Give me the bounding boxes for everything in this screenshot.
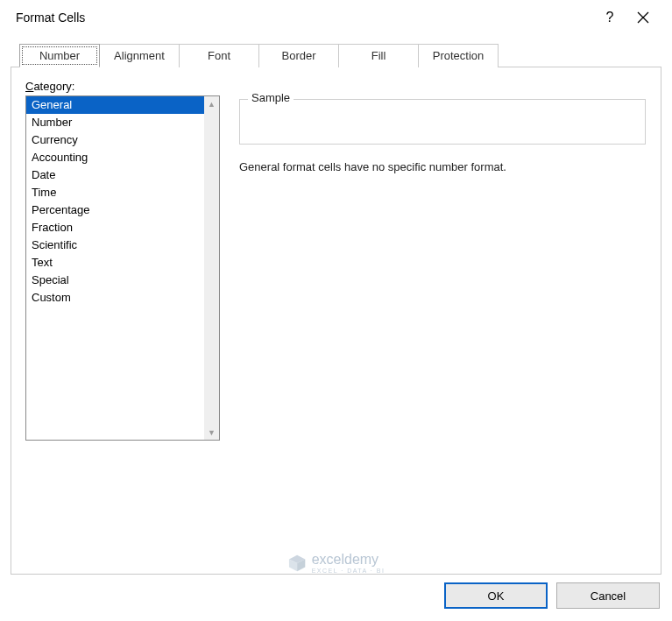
category-item[interactable]: Percentage bbox=[26, 201, 204, 219]
sample-box bbox=[239, 99, 646, 145]
sample-group: Sample bbox=[239, 99, 647, 145]
category-item[interactable]: Accounting bbox=[26, 149, 204, 166]
tab-alignment[interactable]: Alignment bbox=[99, 44, 180, 67]
close-button[interactable] bbox=[626, 0, 660, 35]
category-item[interactable]: Custom bbox=[26, 289, 204, 307]
category-item[interactable]: Number bbox=[26, 114, 204, 131]
category-item[interactable]: General bbox=[26, 96, 204, 114]
scrollbar[interactable]: ▲ ▼ bbox=[204, 96, 219, 440]
tab-font[interactable]: Font bbox=[179, 44, 259, 67]
dialog-buttons: OK Cancel bbox=[444, 582, 660, 609]
ok-button[interactable]: OK bbox=[444, 582, 548, 609]
tab-number[interactable]: Number bbox=[19, 44, 100, 67]
cancel-button[interactable]: Cancel bbox=[556, 582, 660, 609]
category-item[interactable]: Date bbox=[26, 166, 204, 184]
scroll-down-icon[interactable]: ▼ bbox=[204, 425, 219, 440]
scroll-up-icon[interactable]: ▲ bbox=[204, 96, 219, 111]
category-label: Category: bbox=[25, 80, 647, 93]
category-item[interactable]: Text bbox=[26, 254, 204, 272]
category-item[interactable]: Fraction bbox=[26, 219, 204, 236]
tab-fill[interactable]: Fill bbox=[338, 44, 419, 67]
titlebar: Format Cells ? bbox=[0, 0, 672, 35]
tab-border[interactable]: Border bbox=[258, 44, 339, 67]
category-listbox[interactable]: GeneralNumberCurrencyAccountingDateTimeP… bbox=[25, 95, 220, 441]
format-description: General format cells have no specific nu… bbox=[239, 160, 647, 173]
category-item[interactable]: Time bbox=[26, 184, 204, 201]
category-item[interactable]: Special bbox=[26, 272, 204, 289]
close-icon bbox=[637, 11, 649, 24]
tab-protection[interactable]: Protection bbox=[418, 44, 499, 67]
dialog-title: Format Cells bbox=[16, 11, 593, 25]
sample-label: Sample bbox=[248, 91, 294, 104]
tab-strip: NumberAlignmentFontBorderFillProtection bbox=[19, 44, 672, 67]
tab-panel: Category: GeneralNumberCurrencyAccountin… bbox=[11, 67, 661, 575]
category-item[interactable]: Currency bbox=[26, 131, 204, 149]
help-button[interactable]: ? bbox=[593, 0, 626, 35]
category-item[interactable]: Scientific bbox=[26, 236, 204, 254]
